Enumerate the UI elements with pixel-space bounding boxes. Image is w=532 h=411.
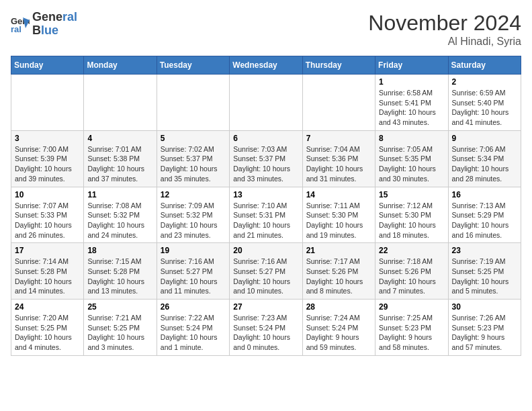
- day-info: Sunrise: 7:06 AM Sunset: 5:34 PM Dayligh…: [452, 144, 517, 184]
- day-number: 15: [379, 190, 444, 199]
- calendar-cell: 23Sunrise: 7:19 AM Sunset: 5:25 PM Dayli…: [448, 243, 521, 300]
- calendar-cell: 12Sunrise: 7:09 AM Sunset: 5:32 PM Dayli…: [157, 187, 229, 243]
- calendar-cell: 30Sunrise: 7:26 AM Sunset: 5:23 PM Dayli…: [448, 300, 521, 356]
- day-info: Sunrise: 6:58 AM Sunset: 5:41 PM Dayligh…: [379, 88, 444, 128]
- day-info: Sunrise: 7:26 AM Sunset: 5:23 PM Dayligh…: [452, 313, 517, 353]
- day-number: 12: [161, 190, 226, 199]
- calendar-cell: 5Sunrise: 7:02 AM Sunset: 5:37 PM Daylig…: [157, 130, 229, 187]
- calendar-cell: 19Sunrise: 7:16 AM Sunset: 5:27 PM Dayli…: [157, 243, 229, 300]
- logo-text: General Blue: [32, 11, 77, 38]
- day-number: 27: [233, 302, 298, 312]
- day-number: 29: [379, 302, 444, 312]
- calendar-cell: 13Sunrise: 7:10 AM Sunset: 5:31 PM Dayli…: [230, 187, 302, 243]
- day-info: Sunrise: 7:01 AM Sunset: 5:38 PM Dayligh…: [87, 144, 152, 184]
- day-number: 18: [87, 246, 152, 255]
- calendar-cell: 8Sunrise: 7:05 AM Sunset: 5:35 PM Daylig…: [375, 130, 448, 187]
- day-number: 30: [452, 302, 517, 312]
- location-title: Al Hinadi, Syria: [368, 36, 521, 48]
- day-info: Sunrise: 7:12 AM Sunset: 5:30 PM Dayligh…: [379, 201, 444, 240]
- day-number: 6: [233, 134, 298, 143]
- day-number: 23: [452, 246, 517, 255]
- day-number: 24: [15, 302, 80, 312]
- logo: Gene ral General Blue: [11, 11, 77, 38]
- calendar-cell: 14Sunrise: 7:11 AM Sunset: 5:30 PM Dayli…: [302, 187, 375, 243]
- day-info: Sunrise: 7:25 AM Sunset: 5:23 PM Dayligh…: [379, 313, 444, 353]
- day-number: 20: [233, 246, 298, 255]
- day-info: Sunrise: 7:05 AM Sunset: 5:35 PM Dayligh…: [379, 144, 444, 184]
- calendar-week-row: 24Sunrise: 7:20 AM Sunset: 5:25 PM Dayli…: [11, 300, 521, 356]
- calendar-cell: [157, 75, 229, 131]
- day-info: Sunrise: 7:16 AM Sunset: 5:27 PM Dayligh…: [233, 257, 298, 296]
- calendar-cell: 2Sunrise: 6:59 AM Sunset: 5:40 PM Daylig…: [448, 75, 521, 131]
- day-info: Sunrise: 7:02 AM Sunset: 5:37 PM Dayligh…: [161, 144, 226, 184]
- day-info: Sunrise: 7:04 AM Sunset: 5:36 PM Dayligh…: [306, 144, 371, 184]
- calendar-cell: 18Sunrise: 7:15 AM Sunset: 5:28 PM Dayli…: [84, 243, 157, 300]
- day-number: 28: [306, 302, 371, 312]
- calendar-cell: [230, 75, 302, 131]
- calendar-week-row: 3Sunrise: 7:00 AM Sunset: 5:39 PM Daylig…: [11, 130, 521, 187]
- calendar-cell: 6Sunrise: 7:03 AM Sunset: 5:37 PM Daylig…: [230, 130, 302, 187]
- calendar-cell: 29Sunrise: 7:25 AM Sunset: 5:23 PM Dayli…: [375, 300, 448, 356]
- day-info: Sunrise: 7:17 AM Sunset: 5:26 PM Dayligh…: [306, 257, 371, 296]
- day-info: Sunrise: 7:10 AM Sunset: 5:31 PM Dayligh…: [233, 201, 298, 240]
- day-info: Sunrise: 7:16 AM Sunset: 5:27 PM Dayligh…: [161, 257, 226, 296]
- day-number: 13: [233, 190, 298, 199]
- calendar-cell: 1Sunrise: 6:58 AM Sunset: 5:41 PM Daylig…: [375, 75, 448, 131]
- day-info: Sunrise: 7:09 AM Sunset: 5:32 PM Dayligh…: [161, 201, 226, 240]
- day-number: 4: [87, 134, 152, 143]
- calendar-cell: 10Sunrise: 7:07 AM Sunset: 5:33 PM Dayli…: [11, 187, 84, 243]
- day-info: Sunrise: 7:18 AM Sunset: 5:26 PM Dayligh…: [379, 257, 444, 296]
- calendar-cell: 17Sunrise: 7:14 AM Sunset: 5:28 PM Dayli…: [11, 243, 84, 300]
- weekday-header: Thursday: [302, 56, 375, 75]
- day-info: Sunrise: 7:15 AM Sunset: 5:28 PM Dayligh…: [87, 257, 152, 296]
- day-number: 22: [379, 246, 444, 255]
- calendar-week-row: 1Sunrise: 6:58 AM Sunset: 5:41 PM Daylig…: [11, 75, 521, 131]
- weekday-header: Wednesday: [230, 56, 302, 75]
- calendar-cell: 9Sunrise: 7:06 AM Sunset: 5:34 PM Daylig…: [448, 130, 521, 187]
- calendar-cell: 21Sunrise: 7:17 AM Sunset: 5:26 PM Dayli…: [302, 243, 375, 300]
- day-number: 11: [87, 190, 152, 199]
- day-number: 17: [15, 246, 80, 255]
- day-number: 2: [452, 77, 517, 87]
- day-number: 25: [87, 302, 152, 312]
- day-number: 7: [306, 134, 371, 143]
- day-info: Sunrise: 7:08 AM Sunset: 5:32 PM Dayligh…: [87, 201, 152, 240]
- page-header: Gene ral General Blue November 2024 Al H…: [11, 11, 521, 48]
- day-info: Sunrise: 7:03 AM Sunset: 5:37 PM Dayligh…: [233, 144, 298, 184]
- day-number: 10: [15, 190, 80, 199]
- logo-icon: Gene ral: [11, 15, 30, 34]
- day-number: 21: [306, 246, 371, 255]
- day-info: Sunrise: 7:24 AM Sunset: 5:24 PM Dayligh…: [306, 313, 371, 353]
- weekday-header: Tuesday: [157, 56, 229, 75]
- calendar-cell: [11, 75, 84, 131]
- calendar-cell: 22Sunrise: 7:18 AM Sunset: 5:26 PM Dayli…: [375, 243, 448, 300]
- day-number: 5: [161, 134, 226, 143]
- day-number: 16: [452, 190, 517, 199]
- weekday-header: Sunday: [11, 56, 84, 75]
- day-number: 1: [379, 77, 444, 87]
- title-block: November 2024 Al Hinadi, Syria: [368, 11, 521, 48]
- day-number: 3: [15, 134, 80, 143]
- day-number: 19: [161, 246, 226, 255]
- calendar-cell: [84, 75, 157, 131]
- calendar-cell: 26Sunrise: 7:22 AM Sunset: 5:24 PM Dayli…: [157, 300, 229, 356]
- day-info: Sunrise: 7:22 AM Sunset: 5:24 PM Dayligh…: [161, 313, 226, 353]
- day-info: Sunrise: 7:14 AM Sunset: 5:28 PM Dayligh…: [15, 257, 80, 296]
- calendar-cell: 24Sunrise: 7:20 AM Sunset: 5:25 PM Dayli…: [11, 300, 84, 356]
- svg-text:ral: ral: [11, 24, 21, 34]
- calendar-table: SundayMondayTuesdayWednesdayThursdayFrid…: [11, 56, 521, 356]
- day-info: Sunrise: 7:21 AM Sunset: 5:25 PM Dayligh…: [87, 313, 152, 353]
- calendar-cell: [302, 75, 375, 131]
- day-number: 26: [161, 302, 226, 312]
- calendar-cell: 16Sunrise: 7:13 AM Sunset: 5:29 PM Dayli…: [448, 187, 521, 243]
- calendar-cell: 25Sunrise: 7:21 AM Sunset: 5:25 PM Dayli…: [84, 300, 157, 356]
- day-info: Sunrise: 7:00 AM Sunset: 5:39 PM Dayligh…: [15, 144, 80, 184]
- day-info: Sunrise: 7:20 AM Sunset: 5:25 PM Dayligh…: [15, 313, 80, 353]
- day-number: 14: [306, 190, 371, 199]
- weekday-header: Saturday: [448, 56, 521, 75]
- calendar-cell: 15Sunrise: 7:12 AM Sunset: 5:30 PM Dayli…: [375, 187, 448, 243]
- calendar-cell: 27Sunrise: 7:23 AM Sunset: 5:24 PM Dayli…: [230, 300, 302, 356]
- day-info: Sunrise: 6:59 AM Sunset: 5:40 PM Dayligh…: [452, 88, 517, 128]
- month-title: November 2024: [368, 11, 521, 36]
- calendar-cell: 7Sunrise: 7:04 AM Sunset: 5:36 PM Daylig…: [302, 130, 375, 187]
